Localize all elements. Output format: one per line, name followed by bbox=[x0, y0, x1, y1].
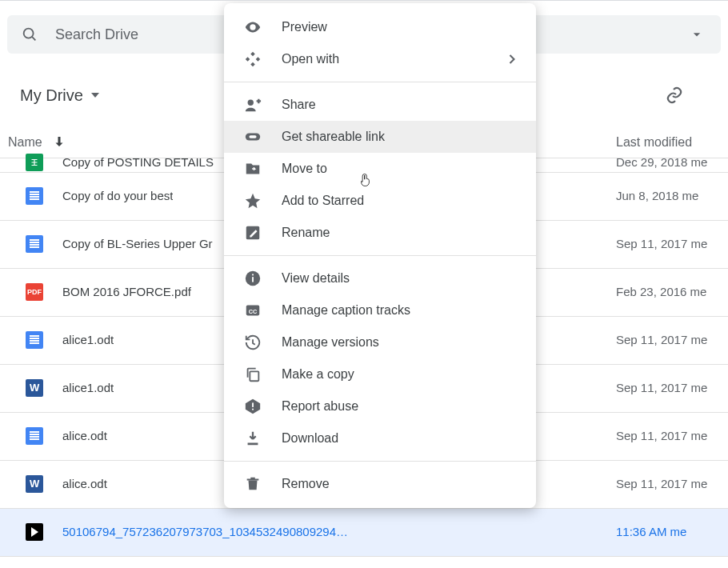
mouse-cursor-icon bbox=[359, 171, 374, 189]
menu-item-label: Get shareable link bbox=[282, 130, 385, 144]
file-modified: 11:36 AM me bbox=[616, 525, 686, 538]
svg-rect-15 bbox=[248, 443, 258, 446]
file-name: Copy of BL-Series Upper Gr bbox=[62, 237, 213, 250]
menu-item-label: Move to bbox=[282, 162, 327, 176]
file-name: alice.odt bbox=[62, 429, 107, 442]
column-name[interactable]: Name bbox=[8, 135, 42, 150]
menu-separator bbox=[224, 255, 536, 256]
trash-icon bbox=[243, 474, 262, 494]
svg-point-3 bbox=[248, 100, 254, 106]
svg-text:CC: CC bbox=[249, 308, 258, 315]
star-icon bbox=[243, 191, 262, 210]
download-icon bbox=[243, 429, 262, 448]
menu-item-label: Share bbox=[282, 98, 316, 112]
menu-item-moveto[interactable]: Move to bbox=[224, 153, 536, 185]
svg-rect-8 bbox=[252, 277, 254, 282]
menu-item-report[interactable]: Report abuse bbox=[224, 390, 536, 422]
get-link-button[interactable] bbox=[665, 86, 684, 105]
menu-item-label: Rename bbox=[282, 226, 330, 240]
menu-item-openwith[interactable]: Open with bbox=[224, 43, 536, 75]
svg-point-0 bbox=[24, 29, 34, 38]
sheets-file-icon bbox=[26, 154, 43, 171]
menu-item-rename[interactable]: Rename bbox=[224, 217, 536, 249]
menu-item-download[interactable]: Download bbox=[224, 422, 536, 454]
file-name: Copy of do your best bbox=[62, 189, 173, 202]
docs-file-icon bbox=[26, 235, 43, 253]
video-file-icon bbox=[26, 523, 43, 541]
sort-arrow-icon[interactable] bbox=[52, 134, 66, 149]
word-file-icon bbox=[26, 475, 43, 493]
file-modified: Sep 11, 2017 me bbox=[616, 477, 707, 490]
docs-file-icon bbox=[26, 331, 43, 349]
svg-rect-5 bbox=[249, 135, 256, 138]
menu-item-history[interactable]: Manage versions bbox=[224, 326, 536, 358]
file-modified: Sep 11, 2017 me bbox=[616, 237, 707, 250]
file-name: alice.odt bbox=[62, 477, 107, 490]
menu-separator bbox=[224, 461, 536, 462]
menu-item-link[interactable]: Get shareable link bbox=[224, 121, 536, 153]
menu-item-trash[interactable]: Remove bbox=[224, 468, 536, 500]
menu-item-label: Download bbox=[282, 431, 338, 446]
file-name: BOM 2016 JFORCE.pdf bbox=[62, 285, 191, 298]
file-modified: Sep 11, 2017 me bbox=[616, 333, 707, 346]
menu-item-share[interactable]: Share bbox=[224, 89, 536, 121]
menu-item-info[interactable]: View details bbox=[224, 262, 536, 294]
context-menu: PreviewOpen withShareGet shareable linkM… bbox=[224, 3, 536, 508]
pdf-file-icon: PDF bbox=[26, 283, 43, 301]
moveto-icon bbox=[243, 159, 262, 178]
menu-item-label: Manage caption tracks bbox=[282, 303, 410, 318]
file-modified: Jun 8, 2018 me bbox=[616, 189, 698, 202]
report-icon bbox=[243, 397, 262, 416]
menu-item-copy[interactable]: Make a copy bbox=[224, 358, 536, 390]
file-modified: Feb 23, 2016 me bbox=[616, 285, 706, 298]
menu-item-cc[interactable]: CCManage caption tracks bbox=[224, 294, 536, 326]
file-modified: Dec 29, 2018 me bbox=[616, 155, 707, 169]
menu-item-eye[interactable]: Preview bbox=[224, 11, 536, 43]
menu-item-label: Report abuse bbox=[282, 399, 358, 414]
docs-file-icon bbox=[26, 187, 43, 205]
history-icon bbox=[243, 333, 262, 352]
search-options-dropdown-icon[interactable] bbox=[689, 26, 705, 42]
cc-icon: CC bbox=[243, 301, 262, 320]
menu-item-label: Add to Starred bbox=[282, 194, 364, 208]
docs-file-icon bbox=[26, 427, 43, 445]
svg-rect-13 bbox=[252, 402, 254, 407]
menu-item-star[interactable]: Add to Starred bbox=[224, 185, 536, 217]
rename-icon bbox=[243, 223, 262, 242]
breadcrumb-dropdown-icon[interactable] bbox=[91, 93, 99, 98]
svg-line-1 bbox=[32, 37, 35, 40]
word-file-icon bbox=[26, 379, 43, 397]
search-icon bbox=[20, 25, 39, 44]
openwith-icon bbox=[243, 50, 262, 69]
menu-item-label: Manage versions bbox=[282, 335, 379, 350]
menu-separator bbox=[224, 82, 536, 82]
search-placeholder: Search Drive bbox=[55, 26, 138, 43]
link-icon bbox=[243, 127, 262, 146]
file-name: alice1.odt bbox=[62, 381, 114, 394]
svg-rect-9 bbox=[252, 274, 254, 276]
eye-icon bbox=[243, 18, 262, 37]
menu-item-label: Remove bbox=[282, 477, 330, 491]
file-modified: Sep 11, 2017 me bbox=[616, 381, 707, 394]
share-icon bbox=[243, 95, 262, 114]
file-modified: Sep 11, 2017 me bbox=[616, 429, 707, 442]
svg-rect-12 bbox=[250, 371, 258, 381]
menu-item-label: View details bbox=[282, 271, 350, 286]
chevron-right-icon bbox=[504, 51, 520, 67]
file-name: Copy of POSTING DETAILS bbox=[62, 155, 214, 169]
menu-item-label: Open with bbox=[282, 52, 339, 66]
copy-icon bbox=[243, 365, 262, 384]
column-last-modified[interactable]: Last modified bbox=[616, 135, 692, 150]
menu-item-label: Preview bbox=[282, 20, 327, 34]
info-icon bbox=[243, 269, 262, 288]
menu-item-label: Make a copy bbox=[282, 367, 354, 382]
breadcrumb-label[interactable]: My Drive bbox=[20, 86, 83, 105]
svg-rect-14 bbox=[252, 409, 254, 410]
file-row[interactable]: 50106794_757236207973703_103453249080929… bbox=[0, 509, 728, 557]
file-name: alice1.odt bbox=[62, 333, 114, 346]
file-name: 50106794_757236207973703_103453249080929… bbox=[62, 525, 348, 538]
